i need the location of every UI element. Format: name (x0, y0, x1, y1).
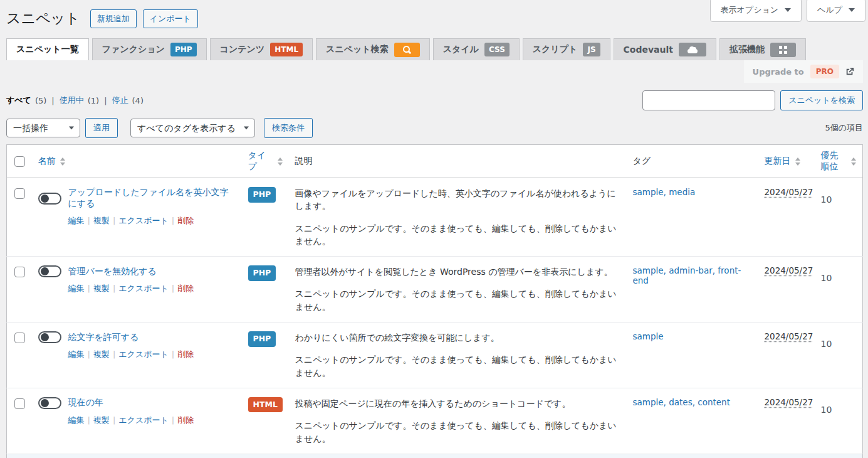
tag-link[interactable]: sample (633, 397, 664, 407)
tab-type-badge: JS (583, 43, 600, 56)
tab-label: スニペット一覧 (16, 44, 79, 55)
tag-link[interactable]: sample (633, 265, 664, 275)
tag-filter-select[interactable]: すべてのタグを表示する (130, 119, 255, 137)
grid-badge (770, 43, 796, 57)
snippet-name-link[interactable]: 管理バーを無効化する (68, 266, 157, 277)
filter-inactive-count: (4) (132, 96, 144, 105)
tag-link[interactable]: admin-bar (669, 265, 713, 275)
tab-label: スクリプト (533, 44, 578, 55)
select-all-checkbox[interactable] (14, 156, 25, 167)
clone-link[interactable]: 複製 (93, 349, 110, 359)
filter-active-link[interactable]: 使用中 (60, 95, 84, 106)
row-actions: 編集|複製|エクスポート|削除 (68, 349, 236, 360)
activation-toggle[interactable] (38, 397, 61, 409)
tag-link[interactable]: media (669, 187, 695, 197)
tab-label: コンテンツ (220, 44, 265, 55)
nav-tab[interactable]: コンテンツ HTML (210, 38, 313, 60)
edit-link[interactable]: 編集 (68, 216, 85, 225)
table-body: アップロードしたファイル名を英小文字にする 編集|複製|エクスポート|削除 PH… (7, 178, 863, 458)
export-link[interactable]: エクスポート (118, 284, 169, 293)
delete-link[interactable]: 削除 (177, 216, 194, 225)
items-count: 5個の項目 (825, 122, 863, 134)
tag-link[interactable]: sample (633, 331, 664, 341)
snippets-table: 名前 タイプ 説明 タグ 更新日 優先順位 アップロードしたファイル名を英小文字… (6, 144, 863, 458)
snippet-name-link[interactable]: アップロードしたファイル名を英小文字にする (68, 187, 236, 210)
sort-by-name[interactable]: 名前 (38, 156, 65, 167)
search-snippets-button[interactable]: スニペットを検索 (780, 90, 863, 110)
tag-link[interactable]: content (698, 397, 730, 407)
row-checkbox[interactable] (14, 188, 25, 199)
nav-tab[interactable]: ファンクション PHP (92, 38, 207, 60)
export-link[interactable]: エクスポート (118, 216, 169, 225)
export-link[interactable]: エクスポート (118, 415, 169, 425)
help-button[interactable]: ヘルプ (807, 0, 865, 22)
clone-link[interactable]: 複製 (93, 216, 110, 225)
tag-link[interactable]: dates (669, 397, 692, 407)
row-checkbox[interactable] (14, 267, 25, 277)
delete-link[interactable]: 削除 (177, 284, 194, 293)
search-input[interactable] (642, 90, 775, 110)
activation-toggle[interactable] (38, 331, 61, 343)
edit-link[interactable]: 編集 (68, 349, 85, 359)
toggle-knob (41, 267, 49, 275)
action-separator: | (172, 284, 174, 293)
filter-inactive-link[interactable]: 停止 (112, 95, 128, 106)
sort-by-priority[interactable]: 優先順位 (821, 150, 857, 173)
edit-link[interactable]: 編集 (68, 415, 85, 425)
add-new-button[interactable]: 新規追加 (90, 9, 137, 28)
activation-toggle[interactable] (38, 193, 61, 205)
nav-tab[interactable]: スニペット一覧 (6, 38, 89, 60)
column-description: 説明 (295, 156, 313, 166)
table-header: 名前 タイプ 説明 タグ 更新日 優先順位 (7, 145, 863, 178)
clone-link[interactable]: 複製 (93, 284, 110, 293)
snippet-name-link[interactable]: 絵文字を許可する (68, 332, 139, 343)
status-filters: すべて (5) | 使用中 (1) | 停止 (4) (6, 95, 144, 106)
chevron-down-icon (849, 8, 855, 12)
toggle-knob (41, 194, 49, 203)
sort-by-updated[interactable]: 更新日 (765, 156, 800, 167)
updated-date: 2024/05/27 (765, 187, 813, 197)
snippet-description-note: スニペットのサンプルです。そのまま使っても、編集しても、削除してもかまいません。 (295, 353, 620, 379)
export-link[interactable]: エクスポート (118, 349, 169, 359)
upgrade-to-pro-link[interactable]: Upgrade to PRO (744, 60, 863, 83)
nav-tab[interactable]: スニペット検索 (316, 38, 430, 60)
bulk-action-select[interactable]: 一括操作 (6, 119, 80, 137)
edit-link[interactable]: 編集 (68, 284, 85, 293)
row-actions: 編集|複製|エクスポート|削除 (68, 215, 236, 226)
activation-toggle[interactable] (38, 265, 61, 277)
sort-arrows-icon (795, 157, 800, 166)
nav-tab[interactable]: スクリプト JS (523, 38, 610, 60)
nav-tab[interactable]: Codevault (614, 38, 716, 60)
snippet-description: 管理者以外がサイトを閲覧したとき WordPress の管理バーを非表示にします… (295, 265, 620, 278)
clone-link[interactable]: 複製 (93, 415, 110, 425)
snippet-description-note: スニペットのサンプルです。そのまま使っても、編集しても、削除してもかまいません。 (295, 287, 620, 313)
apply-button[interactable]: 適用 (85, 118, 118, 138)
type-badge: PHP (248, 331, 276, 347)
filter-separator: | (104, 96, 107, 105)
filter-all-count: (5) (35, 96, 46, 105)
screen-options-button[interactable]: 表示オプション (710, 0, 802, 22)
row-checkbox[interactable] (14, 398, 25, 409)
snippet-description: 画像やファイルをアップロードした時、英小文字のファイル名が使われるようにします。 (295, 187, 620, 213)
import-button[interactable]: インポート (143, 9, 198, 28)
filter-all-link[interactable]: すべて (6, 95, 31, 106)
upgrade-row: Upgrade to PRO (6, 60, 863, 83)
delete-link[interactable]: 削除 (177, 415, 194, 425)
row-checkbox[interactable] (14, 333, 25, 343)
search-badge (394, 43, 420, 57)
nav-tab[interactable]: スタイル CSS (433, 38, 520, 60)
snippets-admin-page: 表示オプション ヘルプ スニペット 新規追加 インポート スニペット一覧 ファン… (0, 0, 868, 458)
delete-link[interactable]: 削除 (177, 349, 194, 359)
tag-link[interactable]: sample (633, 187, 664, 197)
nav-tab[interactable]: 拡張機能 (719, 38, 806, 60)
tab-label: 拡張機能 (729, 44, 765, 55)
snippet-description-note: スニペットのサンプルです。そのまま使っても、編集しても、削除してもかまいません。 (295, 222, 620, 248)
tag-filter-select-wrap: すべてのタグを表示する (130, 119, 255, 137)
cloud-icon (688, 49, 698, 53)
snippet-name-link[interactable]: 現在の年 (68, 397, 103, 408)
search-conditions-button[interactable]: 検索条件 (264, 118, 313, 138)
external-link-icon (845, 67, 854, 76)
snippet-row: 現在の年 編集|複製|エクスポート|削除 HTML 投稿や固定ページに現在の年を… (7, 388, 863, 454)
tab-label: Codevault (624, 45, 673, 55)
sort-by-type[interactable]: タイプ (248, 150, 283, 173)
